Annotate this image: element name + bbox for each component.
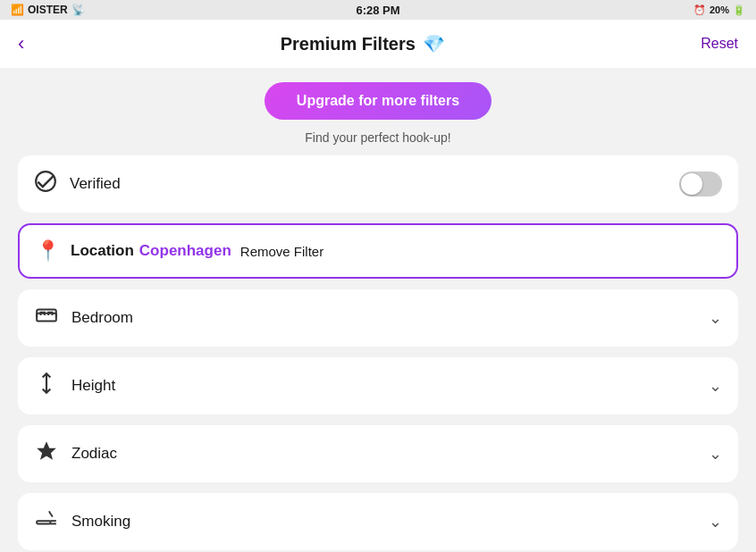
header: ‹ Premium Filters 💎 Reset bbox=[0, 20, 756, 68]
height-filter-card[interactable]: Height ⌄ bbox=[18, 357, 738, 414]
bedroom-chevron-icon: ⌄ bbox=[709, 308, 722, 328]
status-bar: 📶 OISTER 📡 6:28 PM ⏰ 20% 🔋 bbox=[0, 0, 756, 20]
toggle-knob bbox=[681, 173, 702, 195]
zodiac-left: Zodiac bbox=[34, 439, 117, 468]
smoking-filter-card[interactable]: Smoking ⌄ bbox=[18, 493, 738, 550]
location-text-area: Location Copenhagen Remove Filter bbox=[71, 242, 323, 260]
verified-toggle[interactable] bbox=[679, 171, 722, 197]
scroll-area: Upgrade for more filters Find your perfe… bbox=[0, 68, 756, 552]
zodiac-icon bbox=[34, 439, 59, 468]
verified-left: Verified bbox=[34, 170, 121, 198]
tagline-text: Find your perfect hook-up! bbox=[305, 130, 450, 145]
svg-rect-1 bbox=[37, 314, 56, 322]
verified-label: Verified bbox=[70, 175, 121, 193]
svg-rect-4 bbox=[37, 521, 50, 523]
battery-label: 20% bbox=[710, 4, 729, 15]
status-left: 📶 OISTER 📡 bbox=[11, 4, 85, 16]
zodiac-label: Zodiac bbox=[71, 445, 117, 463]
location-pin-icon: 📍 bbox=[36, 239, 60, 263]
height-icon bbox=[34, 372, 59, 400]
height-label: Height bbox=[71, 377, 115, 395]
verified-filter-card: Verified bbox=[18, 155, 738, 213]
smoking-label: Smoking bbox=[71, 513, 130, 531]
location-filter-card[interactable]: 📍 Location Copenhagen Remove Filter bbox=[18, 223, 738, 279]
height-chevron-icon: ⌄ bbox=[709, 376, 722, 396]
phone-content: ‹ Premium Filters 💎 Reset Upgrade for mo… bbox=[0, 20, 756, 552]
bedroom-filter-card[interactable]: Bedroom ⌄ bbox=[18, 289, 738, 347]
battery-icon: 🔋 bbox=[733, 4, 745, 16]
remove-filter-label[interactable]: Remove Filter bbox=[240, 244, 323, 259]
zodiac-filter-card[interactable]: Zodiac ⌄ bbox=[18, 425, 738, 482]
bedroom-label: Bedroom bbox=[71, 309, 133, 327]
header-title-area: Premium Filters 💎 bbox=[281, 33, 445, 54]
wifi-icon: 📡 bbox=[71, 4, 85, 16]
smoking-left: Smoking bbox=[34, 507, 130, 536]
location-city: Copenhagen bbox=[139, 242, 231, 260]
location-label: Location bbox=[71, 242, 134, 260]
svg-marker-3 bbox=[37, 441, 56, 460]
signal-icon: 📶 bbox=[11, 4, 24, 16]
zodiac-chevron-icon: ⌄ bbox=[709, 444, 722, 464]
smoking-chevron-icon: ⌄ bbox=[709, 512, 722, 531]
bedroom-left: Bedroom bbox=[34, 304, 133, 332]
reset-button[interactable]: Reset bbox=[701, 36, 738, 52]
upgrade-button[interactable]: Upgrade for more filters bbox=[265, 82, 491, 120]
page-title: Premium Filters bbox=[281, 34, 416, 54]
smoking-icon bbox=[34, 507, 59, 536]
svg-point-0 bbox=[36, 171, 55, 191]
carrier-label: OISTER bbox=[28, 4, 68, 16]
verified-icon bbox=[34, 170, 57, 198]
bedroom-icon bbox=[34, 304, 59, 332]
premium-diamond-icon: 💎 bbox=[423, 33, 445, 54]
status-right: ⏰ 20% 🔋 bbox=[693, 4, 745, 16]
time-label: 6:28 PM bbox=[356, 4, 399, 17]
height-left: Height bbox=[34, 372, 115, 400]
alarm-icon: ⏰ bbox=[693, 4, 706, 16]
back-button[interactable]: ‹ bbox=[18, 32, 24, 55]
